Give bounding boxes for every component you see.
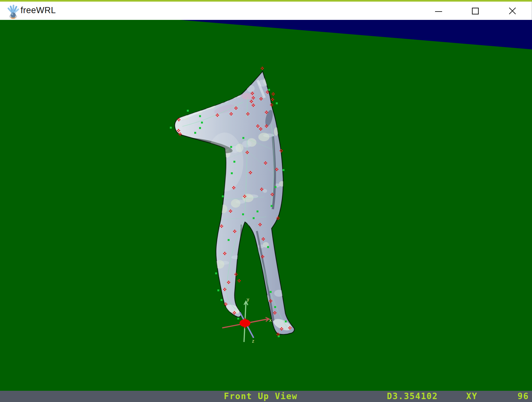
axis-mode-readout: XY bbox=[466, 391, 477, 402]
freewrl-logo-icon bbox=[6, 4, 20, 19]
z-axis-label: z bbox=[252, 338, 254, 344]
face-tint bbox=[241, 93, 253, 99]
minimize-icon bbox=[435, 7, 442, 15]
x-axis-label: x bbox=[269, 318, 272, 323]
3d-viewport[interactable]: y x z bbox=[0, 20, 532, 391]
y-axis-label: y bbox=[247, 297, 249, 302]
title-bar: freeWRL bbox=[0, 2, 532, 20]
close-icon bbox=[509, 7, 516, 15]
close-button[interactable] bbox=[503, 4, 521, 18]
coordinate-readout: 96 bbox=[518, 391, 529, 402]
maximize-icon bbox=[472, 7, 479, 15]
status-bar: Front Up View D3.354102 XY 96 bbox=[0, 391, 532, 402]
view-name-readout: Front Up View bbox=[224, 391, 298, 402]
scene-canvas: y x z bbox=[0, 20, 532, 391]
distance-readout: D3.354102 bbox=[387, 391, 438, 402]
maximize-button[interactable] bbox=[467, 4, 484, 18]
minimize-button[interactable] bbox=[430, 4, 448, 18]
window-title: freeWRL bbox=[21, 2, 56, 20]
